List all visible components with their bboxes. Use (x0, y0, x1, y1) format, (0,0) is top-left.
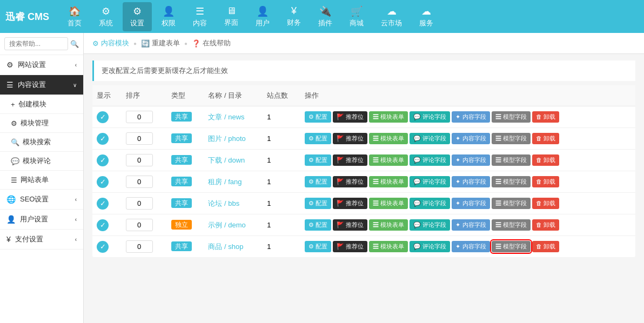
config-button[interactable]: ⚙ 配置 (305, 219, 331, 231)
model-field-button[interactable]: ☰ 模型字段 (492, 241, 531, 252)
model-field-button[interactable]: ☰ 模型字段 (492, 111, 531, 123)
module-form-button[interactable]: ☰ 模块表单 (369, 219, 408, 231)
comment-field-button[interactable]: 💬 评论字段 (410, 133, 450, 144)
nav-item-service[interactable]: ☁ 服务 (412, 2, 441, 31)
nav-item-interface[interactable]: 🖥 界面 (217, 2, 246, 31)
order-input[interactable] (126, 176, 153, 188)
module-name-link[interactable]: 示例 / demo (208, 221, 245, 229)
check-icon[interactable]: ✓ (97, 111, 109, 123)
nav-item-settings[interactable]: ⚙ 设置 (123, 2, 152, 31)
check-icon[interactable]: ✓ (97, 176, 109, 188)
breadcrumb-content-module[interactable]: ⚙ 内容模块 (92, 38, 129, 48)
config-button[interactable]: ⚙ 配置 (305, 133, 331, 144)
recommend-button[interactable]: 🚩 推荐位 (333, 198, 367, 209)
model-field-button[interactable]: ☰ 模型字段 (492, 219, 531, 231)
config-button[interactable]: ⚙ 配置 (305, 176, 331, 187)
unload-button[interactable]: 🗑 卸载 (532, 219, 559, 231)
content-field-button[interactable]: ✦ 内容字段 (452, 133, 489, 144)
nav-item-shop[interactable]: 🛒 商城 (342, 2, 371, 31)
sidebar-item-user-settings[interactable]: 👤 用户设置 ‹ (0, 210, 83, 230)
order-input[interactable] (126, 132, 153, 145)
recommend-button[interactable]: 🚩 推荐位 (333, 219, 367, 231)
cell-sites: 1 (263, 106, 300, 128)
sidebar-item-content-settings[interactable]: ☰ 内容设置 ∨ (0, 75, 83, 95)
model-field-button[interactable]: ☰ 模型字段 (492, 133, 531, 144)
sidebar-item-payment-settings[interactable]: ¥ 支付设置 ‹ (0, 230, 83, 250)
comment-field-button[interactable]: 💬 评论字段 (410, 198, 450, 209)
content-field-button[interactable]: ✦ 内容字段 (452, 241, 489, 252)
config-button[interactable]: ⚙ 配置 (305, 154, 331, 166)
sidebar-item-module-comment[interactable]: 💬 模块评论 (0, 152, 83, 171)
model-field-button[interactable]: ☰ 模型字段 (492, 198, 531, 209)
sidebar-item-website-settings[interactable]: ⚙ 网站设置 ‹ (0, 55, 83, 75)
config-button[interactable]: ⚙ 配置 (305, 241, 331, 252)
module-name-link[interactable]: 论坛 / bbs (208, 199, 239, 207)
recommend-button[interactable]: 🚩 推荐位 (333, 111, 367, 123)
order-input[interactable] (126, 154, 153, 166)
order-input[interactable] (126, 197, 153, 210)
sidebar-item-module-mgmt[interactable]: ⚙ 模块管理 (0, 114, 83, 133)
content-field-button[interactable]: ✦ 内容字段 (452, 198, 489, 209)
content-field-button[interactable]: ✦ 内容字段 (452, 111, 489, 123)
module-form-button[interactable]: ☰ 模块表单 (369, 154, 408, 166)
recommend-button[interactable]: 🚩 推荐位 (333, 133, 367, 144)
order-input[interactable] (126, 111, 153, 123)
sidebar-item-create-module[interactable]: + 创建模块 (0, 95, 83, 114)
module-name-link[interactable]: 下载 / down (208, 156, 245, 164)
module-form-button[interactable]: ☰ 模块表单 (369, 111, 408, 123)
content-field-button[interactable]: ✦ 内容字段 (452, 154, 489, 166)
unload-button[interactable]: 🗑 卸载 (532, 241, 559, 252)
service-icon: ☁ (421, 5, 431, 17)
sidebar-item-module-search[interactable]: 🔍 模块搜索 (0, 133, 83, 152)
recommend-button[interactable]: 🚩 推荐位 (333, 241, 367, 252)
module-form-button[interactable]: ☰ 模块表单 (369, 241, 408, 252)
module-name-link[interactable]: 商品 / shop (208, 243, 243, 251)
order-input[interactable] (126, 240, 153, 253)
module-name-link[interactable]: 文章 / news (208, 113, 244, 121)
search-button[interactable]: 🔍 (70, 40, 79, 48)
model-field-button[interactable]: ☰ 模型字段 (492, 176, 531, 187)
recommend-button[interactable]: 🚩 推荐位 (333, 154, 367, 166)
nav-item-home[interactable]: 🏠 首页 (60, 2, 89, 31)
module-name-link[interactable]: 图片 / photo (208, 134, 245, 143)
breadcrumb-rebuild-form[interactable]: 🔄 重建表单 (141, 38, 180, 48)
check-icon[interactable]: ✓ (97, 133, 109, 145)
order-input[interactable] (126, 219, 153, 231)
nav-item-finance[interactable]: ¥ 财务 (279, 2, 308, 31)
config-button[interactable]: ⚙ 配置 (305, 198, 331, 209)
nav-item-content[interactable]: ☰ 内容 (185, 2, 214, 31)
comment-field-button[interactable]: 💬 评论字段 (410, 176, 450, 187)
comment-field-button[interactable]: 💬 评论字段 (410, 241, 450, 252)
content-field-button[interactable]: ✦ 内容字段 (452, 219, 489, 231)
module-form-button[interactable]: ☰ 模块表单 (369, 133, 408, 144)
check-icon[interactable]: ✓ (97, 219, 109, 231)
comment-field-button[interactable]: 💬 评论字段 (410, 219, 450, 231)
nav-item-system[interactable]: ⚙ 系统 (91, 2, 120, 31)
content-field-button[interactable]: ✦ 内容字段 (452, 176, 489, 187)
module-form-button[interactable]: ☰ 模块表单 (369, 176, 408, 187)
search-input[interactable] (4, 37, 68, 50)
nav-item-permissions[interactable]: 👤 权限 (154, 2, 183, 31)
nav-item-cloud[interactable]: ☁ 云市场 (373, 2, 410, 31)
nav-item-plugins[interactable]: 🔌 插件 (311, 2, 340, 31)
config-button[interactable]: ⚙ 配置 (305, 111, 331, 123)
unload-button[interactable]: 🗑 卸载 (532, 198, 559, 209)
check-icon[interactable]: ✓ (97, 154, 109, 166)
unload-button[interactable]: 🗑 卸载 (532, 176, 559, 187)
recommend-button[interactable]: 🚩 推荐位 (333, 176, 367, 187)
check-icon[interactable]: ✓ (97, 241, 109, 253)
module-form-button[interactable]: ☰ 模块表单 (369, 198, 408, 209)
unload-button[interactable]: 🗑 卸载 (532, 111, 559, 123)
sidebar-item-seo[interactable]: 🌐 SEO设置 ‹ (0, 190, 83, 210)
check-icon[interactable]: ✓ (97, 198, 109, 210)
module-name-link[interactable]: 租房 / fang (208, 178, 242, 186)
unload-button[interactable]: 🗑 卸载 (532, 154, 559, 166)
sidebar-item-website-form[interactable]: ☰ 网站表单 (0, 171, 83, 190)
nav-item-users[interactable]: 👤 用户 (248, 2, 277, 31)
unload-button[interactable]: 🗑 卸载 (532, 133, 559, 144)
comment-field-button[interactable]: 💬 评论字段 (410, 111, 450, 123)
model-field-button[interactable]: ☰ 模型字段 (492, 154, 531, 166)
module-table: 显示 排序 类型 名称 / 目录 站点数 操作 ✓共享文章 / news1⚙ 配… (92, 85, 635, 257)
comment-field-button[interactable]: 💬 评论字段 (410, 154, 450, 166)
breadcrumb-online-help[interactable]: ❓ 在线帮助 (192, 38, 231, 48)
